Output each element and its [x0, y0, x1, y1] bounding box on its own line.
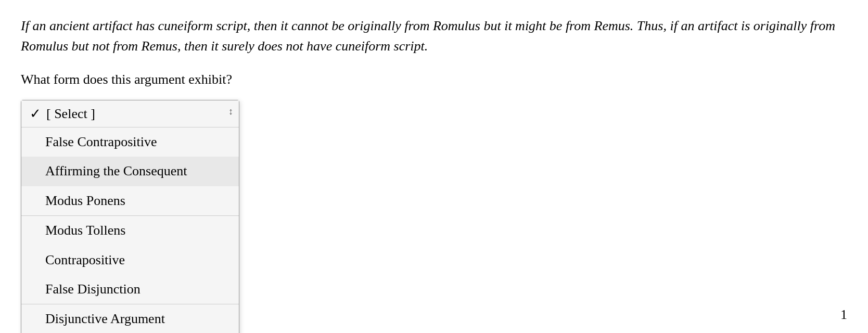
option-disjunctive-argument[interactable]: Disjunctive Argument	[21, 304, 239, 333]
scroll-indicator-icon: ↕	[228, 106, 233, 117]
selected-label: [ Select ]	[46, 106, 95, 122]
option-modus-tollens[interactable]: Modus Tollens	[21, 216, 239, 245]
dropdown-options-list: False Contrapositive Affirming the Conse…	[21, 127, 239, 333]
option-affirming-consequent[interactable]: Affirming the Consequent	[21, 157, 239, 186]
checkmark-icon: ✓	[30, 106, 41, 122]
dropdown-open-menu[interactable]: ✓ [ Select ] ↕ False Contrapositive Affi…	[21, 100, 239, 333]
page-number: 1	[840, 307, 847, 323]
option-false-contrapositive[interactable]: False Contrapositive	[21, 127, 239, 157]
dropdown-selected-option[interactable]: ✓ [ Select ] ↕	[21, 100, 239, 127]
argument-form-dropdown[interactable]: ✓ [ Select ] ↕ False Contrapositive Affi…	[21, 100, 239, 333]
question-prompt: What form does this argument exhibit?	[21, 72, 847, 87]
option-modus-ponens[interactable]: Modus Ponens	[21, 186, 239, 215]
option-contrapositive[interactable]: Contrapositive	[21, 246, 239, 275]
question-text: If an ancient artifact has cuneiform scr…	[21, 16, 843, 56]
option-false-disjunction[interactable]: False Disjunction	[21, 275, 239, 304]
